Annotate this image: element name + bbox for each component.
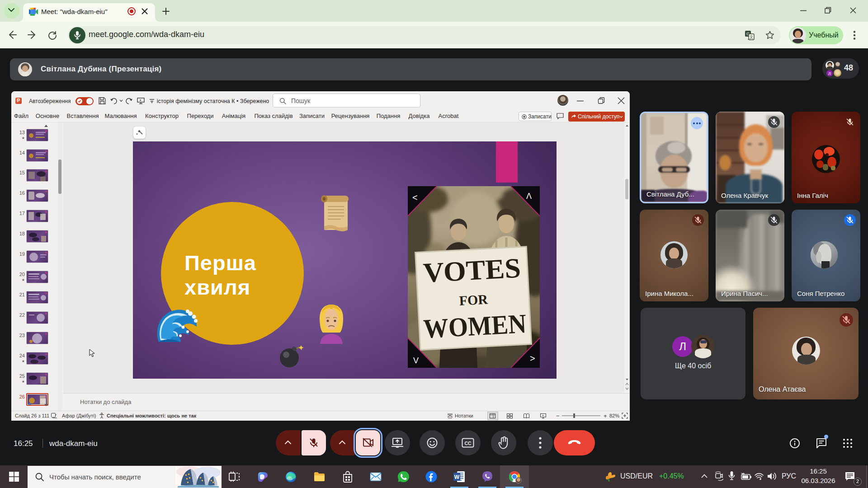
svg-text:VOTES: VOTES <box>422 253 521 288</box>
svg-text:W: W <box>454 474 460 480</box>
svg-text:FOR: FOR <box>459 291 488 308</box>
svg-text:WOMEN: WOMEN <box>423 309 527 344</box>
svg-text:Λ: Λ <box>526 192 532 201</box>
svg-text:CC: CC <box>464 441 472 446</box>
svg-text:<: < <box>412 192 418 202</box>
svg-text:V: V <box>413 356 419 365</box>
svg-text:>: > <box>530 353 535 363</box>
svg-text:文: 文 <box>750 35 754 39</box>
